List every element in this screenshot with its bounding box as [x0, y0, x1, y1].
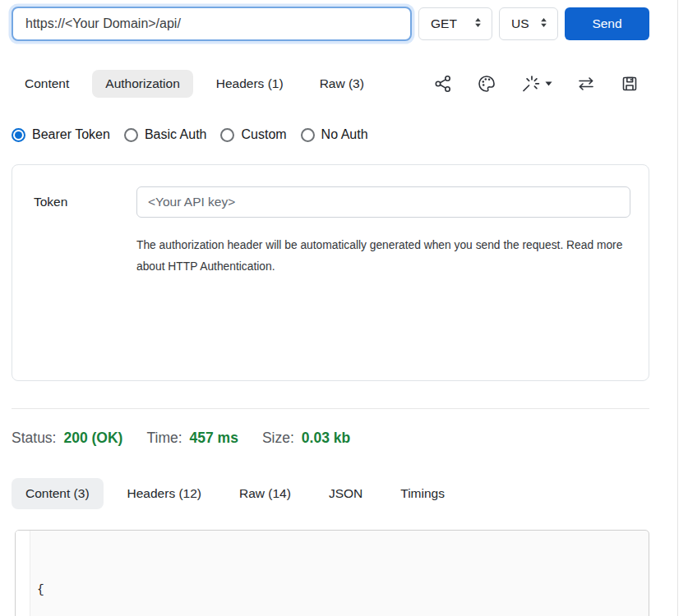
caret-down-icon [545, 81, 552, 86]
tab-content[interactable]: Content [12, 70, 82, 98]
token-help-line-2: about HTTP Authentication. [136, 256, 624, 278]
resp-tab-timings[interactable]: Timings [386, 478, 459, 509]
send-button[interactable]: Send [565, 7, 649, 40]
auth-option-bearer[interactable]: Bearer Token [12, 127, 110, 142]
size-label: Size: [262, 430, 294, 447]
method-select[interactable]: GET [418, 7, 492, 40]
token-input[interactable] [136, 186, 630, 218]
region-select[interactable]: US [499, 7, 558, 40]
resp-tab-content[interactable]: Content (3) [12, 478, 104, 509]
palette-icon[interactable] [477, 74, 496, 94]
url-input[interactable] [12, 7, 412, 41]
code-gutter [16, 531, 30, 616]
token-label: Token [12, 186, 136, 218]
request-tabs: Content Authorization Headers (1) Raw (3… [12, 70, 377, 98]
response-json: { "message": "API running." } [30, 531, 245, 616]
time-value: 457 ms [190, 430, 238, 447]
auth-option-no-auth[interactable]: No Auth [301, 127, 368, 142]
time-label: Time: [146, 430, 182, 447]
json-open-brace: { [37, 583, 44, 596]
bearer-token-panel: Token The authorization header will be a… [12, 164, 649, 381]
radio-no-auth[interactable] [301, 128, 315, 142]
magic-wand-icon[interactable] [520, 74, 552, 94]
request-tabs-row: Content Authorization Headers (1) Raw (3… [12, 68, 649, 99]
auth-type-options: Bearer Token Basic Auth Custom No Auth [12, 126, 649, 143]
request-bar: GET US Send [12, 7, 649, 41]
right-panel-divider [677, 0, 678, 616]
radio-basic-auth[interactable] [124, 128, 138, 142]
auth-option-label: No Auth [321, 127, 368, 142]
response-tabs: Content (3) Headers (12) Raw (14) JSON T… [12, 477, 649, 510]
method-select-value: GET [431, 16, 457, 31]
share-icon[interactable] [433, 74, 453, 94]
auth-option-label: Custom [241, 127, 286, 142]
auth-option-custom[interactable]: Custom [220, 127, 286, 142]
swap-arrows-icon[interactable] [576, 74, 596, 94]
toolbar [433, 74, 649, 94]
status-value: 200 (OK) [63, 430, 122, 447]
region-select-value: US [511, 16, 529, 31]
save-icon[interactable] [620, 74, 640, 94]
section-divider [12, 408, 649, 409]
auth-option-basic[interactable]: Basic Auth [124, 127, 207, 142]
size-value: 0.03 kb [302, 430, 350, 447]
token-help-text: The authorization header will be automat… [136, 235, 624, 277]
tab-headers[interactable]: Headers (1) [203, 70, 297, 98]
resp-tab-raw[interactable]: Raw (14) [225, 478, 305, 509]
tab-authorization[interactable]: Authorization [92, 70, 192, 98]
resp-tab-headers[interactable]: Headers (12) [113, 478, 215, 509]
response-status-bar: Status: 200 (OK) Time: 457 ms Size: 0.03… [12, 430, 649, 447]
status-label: Status: [12, 430, 56, 447]
response-body-viewer: { "message": "API running." } [15, 530, 649, 616]
updown-arrows-icon [538, 16, 549, 32]
updown-arrows-icon [473, 16, 483, 32]
auth-option-label: Basic Auth [145, 127, 207, 142]
tab-raw[interactable]: Raw (3) [307, 70, 377, 98]
radio-custom[interactable] [220, 128, 234, 142]
resp-tab-json[interactable]: JSON [315, 478, 376, 509]
radio-bearer-token[interactable] [12, 128, 25, 142]
token-help-line-1: The authorization header will be automat… [136, 235, 624, 256]
auth-option-label: Bearer Token [32, 127, 110, 142]
api-client-page: GET US Send Content Authorization Header… [0, 0, 688, 616]
